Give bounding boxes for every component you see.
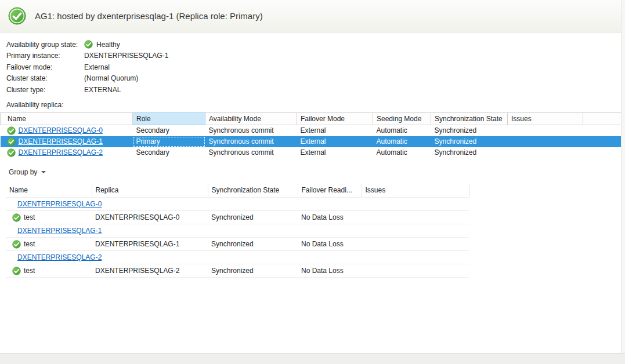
replicas-header-row: Name Role Availability Mode Failover Mod… [1, 112, 625, 125]
column-header-failover-readiness[interactable]: Failover Readi... [298, 184, 362, 198]
databases-header-row: Name Replica Synchronization State Failo… [6, 184, 469, 198]
summary-value: DXENTERPRISESQLAG-1 [84, 52, 168, 60]
summary-label: Availability group state: [6, 41, 84, 49]
column-header-name[interactable]: Name [1, 112, 133, 125]
healthy-status-icon [8, 7, 26, 25]
summary-row-cluster-type: Cluster type: EXTERNAL [6, 84, 625, 96]
database-sync-state-cell: Synchronized [208, 238, 298, 251]
database-failover-readiness-cell: No Data Loss [298, 264, 362, 278]
summary-row-primary-instance: Primary instance: DXENTERPRISESQLAG-1 [6, 50, 625, 62]
summary-value: Healthy [96, 41, 120, 49]
healthy-check-icon [12, 240, 21, 249]
database-group-row-2[interactable]: DXENTERPRISESQLAG-2 [6, 251, 469, 264]
group-replica-link[interactable]: DXENTERPRISESQLAG-1 [17, 227, 102, 235]
replica-sync-state-cell: Synchronized [431, 147, 508, 158]
database-failover-readiness-cell: No Data Loss [298, 211, 362, 224]
replica-failover-mode-cell: External [297, 147, 373, 158]
database-name: test [24, 213, 35, 221]
column-header-synchronization-state[interactable]: Synchronization State [208, 184, 298, 198]
column-header-role[interactable]: Role [133, 112, 205, 125]
replica-seeding-mode-cell: Automatic [373, 125, 431, 136]
column-header-seeding-mode[interactable]: Seeding Mode [373, 112, 431, 125]
healthy-check-icon [7, 126, 16, 135]
database-row[interactable]: test DXENTERPRISESQLAG-1 Synchronized No… [6, 238, 469, 251]
healthy-check-icon [7, 148, 16, 157]
database-issues-cell [362, 211, 469, 224]
database-group-row-1[interactable]: DXENTERPRISESQLAG-1 [6, 224, 469, 238]
replica-availability-mode-cell: Synchronous commit [205, 136, 297, 147]
page-title: AG1: hosted by dxenterprisesqlag-1 (Repl… [35, 11, 263, 21]
replica-row-0[interactable]: DXENTERPRISESQLAG-0 Secondary Synchronou… [1, 125, 625, 136]
database-sync-state-cell: Synchronized [208, 211, 298, 224]
group-replica-link[interactable]: DXENTERPRISESQLAG-2 [17, 253, 102, 261]
availability-group-dashboard: AG1: hosted by dxenterprisesqlag-1 (Repl… [0, 0, 625, 364]
summary-row-group-state: Availability group state: Healthy [6, 39, 625, 50]
replica-name-link[interactable]: DXENTERPRISESQLAG-2 [19, 148, 103, 156]
replica-role-cell: Primary [133, 136, 205, 147]
database-replica-cell: DXENTERPRISESQLAG-2 [92, 264, 208, 278]
database-row[interactable]: test DXENTERPRISESQLAG-0 Synchronized No… [6, 211, 469, 224]
database-row[interactable]: test DXENTERPRISESQLAG-2 Synchronized No… [6, 264, 469, 278]
database-replica-cell: DXENTERPRISESQLAG-0 [92, 211, 208, 224]
column-header-replica[interactable]: Replica [92, 184, 208, 198]
replica-role-cell: Secondary [133, 125, 205, 136]
summary-value: External [84, 63, 110, 71]
column-header-synchronization-state[interactable]: Synchronization State [431, 112, 508, 125]
column-header-issues[interactable]: Issues [362, 184, 469, 198]
databases-table: Name Replica Synchronization State Failo… [6, 184, 469, 278]
healthy-check-icon [12, 213, 21, 222]
availability-replica-section-label: Availability replica: [6, 101, 625, 109]
replica-row-1-selected[interactable]: DXENTERPRISESQLAG-1 Primary Synchronous … [1, 136, 625, 147]
column-header-issues[interactable]: Issues [508, 112, 583, 125]
vertical-scrollbar[interactable] [621, 0, 625, 353]
healthy-check-icon [7, 137, 16, 146]
replica-role-cell: Secondary [133, 147, 205, 158]
summary-label: Primary instance: [6, 52, 84, 60]
availability-replicas-table: Name Role Availability Mode Failover Mod… [0, 112, 625, 158]
ag-summary: Availability group state: Healthy Primar… [0, 32, 625, 96]
group-replica-link[interactable]: DXENTERPRISESQLAG-0 [17, 200, 102, 208]
database-replica-cell: DXENTERPRISESQLAG-1 [92, 238, 208, 251]
replica-failover-mode-cell: External [297, 136, 373, 147]
summary-value: (Normal Quorum) [84, 74, 138, 82]
replica-issues-cell [508, 125, 583, 136]
replica-issues-cell [508, 147, 583, 158]
database-name: test [24, 240, 35, 248]
healthy-check-icon [12, 267, 21, 275]
replica-row-2[interactable]: DXENTERPRISESQLAG-2 Secondary Synchronou… [1, 147, 625, 158]
dashboard-header: AG1: hosted by dxenterprisesqlag-1 (Repl… [0, 0, 625, 32]
summary-label: Cluster state: [6, 74, 84, 82]
replica-sync-state-cell: Synchronized [431, 136, 508, 147]
replica-name-link[interactable]: DXENTERPRISESQLAG-0 [19, 126, 103, 134]
summary-label: Failover mode: [6, 63, 84, 71]
group-by-dropdown[interactable]: Group by [6, 167, 48, 177]
replica-name-link[interactable]: DXENTERPRISESQLAG-1 [19, 137, 103, 145]
replica-seeding-mode-cell: Automatic [373, 136, 431, 147]
summary-value: EXTERNAL [84, 86, 121, 94]
chevron-down-icon [41, 171, 46, 173]
column-header-filler [583, 112, 625, 125]
column-header-name[interactable]: Name [6, 184, 92, 198]
replica-seeding-mode-cell: Automatic [373, 147, 431, 158]
replica-availability-mode-cell: Synchronous commit [205, 125, 297, 136]
database-issues-cell [362, 238, 469, 251]
healthy-check-icon [84, 40, 93, 49]
summary-label: Cluster type: [6, 86, 84, 94]
group-by-label: Group by [9, 168, 37, 176]
database-failover-readiness-cell: No Data Loss [298, 238, 362, 251]
replica-availability-mode-cell: Synchronous commit [205, 147, 297, 158]
database-group-row-0[interactable]: DXENTERPRISESQLAG-0 [6, 198, 469, 211]
database-issues-cell [362, 264, 469, 278]
column-header-availability-mode[interactable]: Availability Mode [205, 112, 297, 125]
database-sync-state-cell: Synchronized [208, 264, 298, 278]
replica-issues-cell [508, 136, 583, 147]
column-header-failover-mode[interactable]: Failover Mode [297, 112, 373, 125]
summary-row-failover-mode: Failover mode: External [6, 61, 625, 73]
replica-sync-state-cell: Synchronized [431, 125, 508, 136]
summary-row-cluster-state: Cluster state: (Normal Quorum) [6, 73, 625, 85]
database-name: test [24, 267, 35, 275]
horizontal-scrollbar[interactable] [0, 353, 625, 364]
replica-failover-mode-cell: External [297, 125, 373, 136]
